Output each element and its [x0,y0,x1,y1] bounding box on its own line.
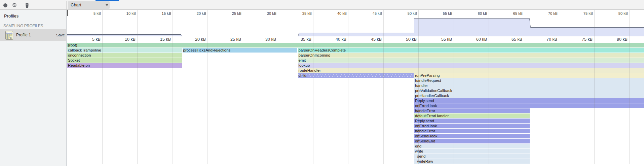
svg-text:%: % [10,36,12,40]
